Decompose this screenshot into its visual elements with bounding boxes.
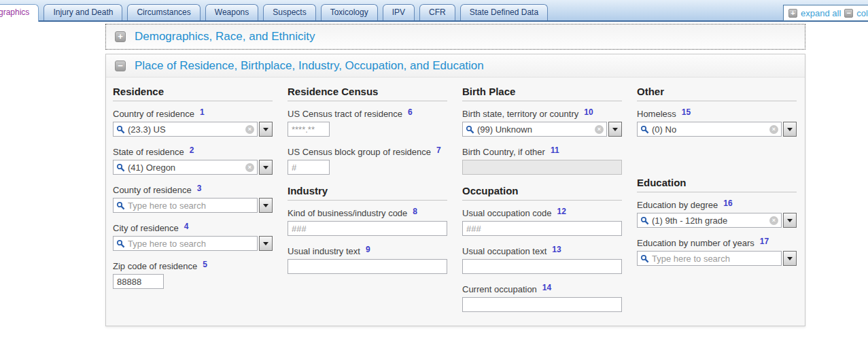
expand-collapse-toolbar: + expand all − collapse all [783, 5, 868, 21]
chevron-down-icon [263, 204, 268, 207]
combo-value: (0) No [652, 124, 676, 135]
clear-icon[interactable]: × [245, 163, 254, 172]
dropdown-button[interactable] [259, 122, 273, 137]
tab-toxicology[interactable]: Toxicology [321, 4, 378, 20]
section-header-demographics-race-ethnicity[interactable]: + Demographics, Race, and Ethnicity [105, 24, 805, 50]
search-icon [640, 254, 649, 263]
country-of-residence-combo[interactable]: (23.3) US × [113, 122, 273, 137]
field-label: Country of residence [113, 109, 194, 119]
collapse-all-icon[interactable]: − [844, 9, 853, 18]
dropdown-button[interactable] [783, 122, 797, 137]
column-residence: Residence Country of residence1 (23.3) U… [113, 86, 273, 326]
field-label: County of residence [113, 185, 192, 195]
field-usual-industry-text: Usual industry text9 [288, 246, 447, 274]
collapse-all-link[interactable]: collapse all [856, 8, 868, 18]
collapse-section-icon[interactable]: − [115, 61, 126, 71]
field-number: 15 [682, 107, 691, 117]
search-icon [116, 201, 125, 210]
group-header-other: Other [637, 86, 797, 101]
dropdown-button[interactable] [259, 160, 273, 175]
homeless-combo[interactable]: (0) No × [637, 122, 797, 137]
sections-container: + Demographics, Race, and Ethnicity − Pl… [105, 24, 805, 326]
field-business-industry-code: Kind of business/industry code8 [288, 208, 447, 236]
group-header-occupation: Occupation [462, 185, 622, 201]
field-label: Kind of business/industry code [288, 208, 407, 218]
dropdown-button[interactable] [608, 122, 622, 137]
usual-occupation-text-input[interactable] [462, 259, 622, 274]
section-header-place-of-residence[interactable]: − Place of Residence, Birthplace, Indust… [106, 54, 805, 78]
page: Demographics Injury and Death Circumstan… [0, 0, 868, 344]
field-label: State of residence [113, 147, 184, 157]
zip-code-input[interactable] [113, 274, 164, 289]
county-of-residence-combo[interactable]: Type here to search [113, 198, 273, 213]
search-icon [466, 125, 474, 134]
field-number: 6 [408, 107, 413, 117]
field-label: Homeless [637, 109, 676, 119]
census-tract-input[interactable] [288, 122, 330, 137]
dropdown-button[interactable] [259, 236, 273, 251]
field-number: 14 [542, 283, 551, 292]
state-of-residence-combo[interactable]: (41) Oregon × [113, 160, 273, 175]
field-country-of-residence: Country of residence1 (23.3) US × [113, 109, 273, 137]
combo-value: (1) 9th - 12th grade [652, 216, 727, 226]
city-of-residence-combo[interactable]: Type here to search [113, 236, 273, 251]
search-icon [116, 125, 125, 134]
field-number: 11 [551, 145, 559, 155]
field-label: US Census tract of residence [288, 109, 402, 119]
combo-value: (23.3) US [128, 124, 166, 135]
combo-placeholder: Type here to search [128, 201, 206, 211]
expand-all-link[interactable]: expand all [801, 8, 841, 18]
tab-demographics[interactable]: Demographics [0, 4, 39, 22]
tab-suspects[interactable]: Suspects [263, 4, 315, 20]
field-label: Education by degree [637, 200, 718, 210]
field-label: Education by number of years [637, 238, 754, 248]
field-current-occupation: Current occupation14 [462, 284, 622, 312]
tab-weapons[interactable]: Weapons [205, 4, 258, 20]
column-residence-census-industry: Residence Census US Census tract of resi… [288, 86, 447, 326]
group-header-residence-census: Residence Census [288, 86, 447, 101]
column-other-education: Other Homeless15 (0) No × Educatio [637, 86, 797, 326]
field-number: 8 [413, 207, 417, 216]
business-industry-code-input[interactable] [288, 221, 447, 236]
current-occupation-input[interactable] [462, 297, 622, 312]
birth-state-combo[interactable]: (99) Unknown × [462, 122, 622, 137]
field-label: City of residence [113, 223, 179, 233]
tab-bar: Demographics Injury and Death Circumstan… [0, 0, 868, 22]
usual-occupation-code-input[interactable] [462, 221, 622, 236]
field-label: Current occupation [462, 284, 537, 294]
combo-placeholder: Type here to search [128, 239, 206, 249]
field-label: Zip code of residence [113, 261, 197, 271]
census-block-group-input[interactable] [288, 160, 330, 175]
tab-injury-and-death[interactable]: Injury and Death [44, 4, 122, 20]
clear-icon[interactable]: × [595, 125, 604, 134]
field-label: Birth state, territory or country [462, 109, 578, 119]
dropdown-button[interactable] [783, 213, 797, 228]
dropdown-button[interactable] [259, 198, 273, 213]
field-number: 16 [723, 199, 732, 208]
education-by-degree-combo[interactable]: (1) 9th - 12th grade × [637, 213, 797, 228]
field-zip-code-of-residence: Zip code of residence5 [113, 261, 273, 289]
tab-circumstances[interactable]: Circumstances [127, 4, 200, 20]
expand-section-icon[interactable]: + [115, 31, 126, 42]
field-label: Birth Country, if other [462, 147, 545, 157]
field-birth-state: Birth state, territory or country10 (99)… [462, 109, 622, 137]
tab-state-defined-data[interactable]: State Defined Data [460, 4, 548, 20]
search-icon [116, 163, 125, 172]
section-title: Place of Residence, Birthplace, Industry… [135, 59, 484, 73]
clear-icon[interactable]: × [769, 125, 778, 134]
education-by-years-combo[interactable]: Type here to search [637, 251, 797, 266]
usual-industry-text-input[interactable] [288, 259, 447, 274]
field-census-tract: US Census tract of residence6 [288, 109, 447, 137]
tab-ipv[interactable]: IPV [383, 4, 415, 20]
clear-icon[interactable]: × [245, 125, 254, 134]
field-label: Usual industry text [288, 246, 360, 256]
field-label: US Census block group of residence [288, 147, 431, 157]
field-number: 10 [584, 107, 593, 117]
field-city-of-residence: City of residence4 Type here to search [113, 223, 273, 251]
field-number: 13 [552, 245, 561, 254]
dropdown-button[interactable] [783, 251, 797, 266]
field-number: 9 [366, 245, 370, 254]
tab-cfr[interactable]: CFR [419, 4, 455, 20]
expand-all-icon[interactable]: + [788, 9, 797, 18]
clear-icon[interactable]: × [769, 216, 778, 225]
